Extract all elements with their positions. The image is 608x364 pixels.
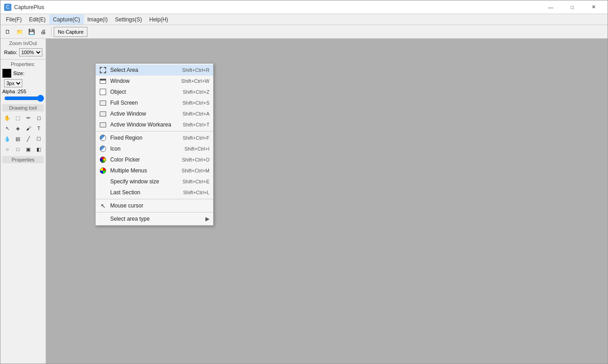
menu-item-color-picker-label: Color Picker xyxy=(110,157,178,163)
zoom-label: Zoom In/Out xyxy=(2,40,44,46)
menu-item-specify-window-size[interactable]: Specify window size Shift+Ctrl+E xyxy=(96,176,213,187)
toolbar-sep1 xyxy=(51,27,51,36)
color-swatch[interactable] xyxy=(2,69,11,78)
app-icon: C xyxy=(4,4,11,11)
menu-edit[interactable]: Edit(E) xyxy=(26,15,50,25)
tool-ellipse[interactable]: ○ xyxy=(2,144,12,154)
menu-item-select-area[interactable]: Select Area Shift+Ctrl+R xyxy=(96,65,213,76)
tool-pencil[interactable]: ✏ xyxy=(23,113,33,123)
menu-item-last-section[interactable]: Last Section Shift+Ctrl+L xyxy=(96,187,213,198)
menu-item-specify-window-size-shortcut: Shift+Ctrl+E xyxy=(183,179,209,184)
menu-capture[interactable]: Capture(C) xyxy=(49,15,83,25)
alpha-row: Alpha :255 xyxy=(2,89,44,94)
select-area-type-icon xyxy=(99,215,107,222)
tool-text[interactable]: T xyxy=(34,123,44,133)
toolbar: 🗋 📁 💾 🖨 No Capture xyxy=(0,25,608,39)
size-label: Size: xyxy=(13,71,24,76)
menu-item-object-shortcut: Shift+Ctrl+Z xyxy=(183,89,209,95)
tool-line[interactable]: ╱ xyxy=(23,134,33,144)
title-controls: — □ ✕ xyxy=(541,3,604,12)
alpha-label: Alpha :255 xyxy=(2,89,26,94)
menu-item-color-picker-shortcut: Shift+Ctrl+O xyxy=(182,157,209,162)
main-layout: Zoom In/Out Ratio: 100% 50% 200% Propert… xyxy=(0,39,608,364)
multiple-menus-icon xyxy=(99,167,107,174)
menu-item-select-area-type[interactable]: Select area type ▶ xyxy=(96,213,213,224)
menu-help[interactable]: Help(H) xyxy=(146,15,172,25)
full-screen-icon xyxy=(99,99,107,106)
menu-item-fixed-region-shortcut: Shift+Ctrl+F xyxy=(183,135,209,141)
menu-file[interactable]: File(F) xyxy=(2,15,26,25)
menu-item-mouse-cursor-label: Mouse cursor xyxy=(110,202,209,209)
active-window-workarea-icon xyxy=(99,121,107,128)
open-button[interactable]: 📁 xyxy=(14,26,25,37)
zoom-row: Ratio: 100% 50% 200% xyxy=(2,47,44,57)
menu-item-mouse-cursor[interactable]: ↖ Mouse cursor xyxy=(96,200,213,211)
menu-item-full-screen[interactable]: Full Screen Shift+Ctrl+S xyxy=(96,97,213,108)
menu-item-last-section-label: Last Section xyxy=(110,189,179,196)
menu-item-active-window-workarea[interactable]: Active Window Workarea Shift+Ctrl+T xyxy=(96,119,213,130)
save-button[interactable]: 💾 xyxy=(26,26,37,37)
submenu-arrow-icon: ▶ xyxy=(205,216,209,222)
tool-eyedropper[interactable]: 💧 xyxy=(2,134,12,144)
menu-item-select-area-type-label: Select area type xyxy=(110,216,200,222)
minimize-button[interactable]: — xyxy=(541,3,561,12)
tool-select[interactable]: ⬚ xyxy=(13,113,23,123)
title-bar: C CapturePlus — □ ✕ xyxy=(0,0,608,14)
tool-eraser[interactable]: ◻ xyxy=(34,113,44,123)
print-button[interactable]: 🖨 xyxy=(38,26,49,37)
menu-item-window[interactable]: Window Shift+Ctrl+W xyxy=(96,76,213,86)
tool-fill[interactable]: ◈ xyxy=(13,123,23,133)
tool-arrow[interactable]: ↖ xyxy=(2,123,12,133)
menu-item-object[interactable]: Object Shift+Ctrl+Z xyxy=(96,86,213,97)
object-icon xyxy=(99,88,107,96)
menu-settings[interactable]: Settings(S) xyxy=(111,15,145,25)
menu-image[interactable]: Image(I) xyxy=(84,15,112,25)
tool-hand[interactable]: ✋ xyxy=(2,113,12,123)
app-title: CapturePlus xyxy=(14,4,44,10)
menu-item-fixed-region-label: Fixed Region xyxy=(110,135,179,141)
menu-item-active-window-shortcut: Shift+Ctrl+A xyxy=(183,111,209,116)
menu-item-window-shortcut: Shift+Ctrl+W xyxy=(181,78,209,84)
close-button[interactable]: ✕ xyxy=(583,3,604,12)
menu-item-window-label: Window xyxy=(110,78,178,84)
menu-item-icon-shortcut: Shift+Ctrl+I xyxy=(184,146,209,152)
menu-item-active-window-label: Active Window xyxy=(110,111,179,117)
tool-rect[interactable]: □ xyxy=(13,144,23,154)
active-window-icon xyxy=(99,110,107,117)
title-bar-left: C CapturePlus xyxy=(4,4,44,11)
menu-item-multiple-menus-label: Multiple Menus xyxy=(110,167,178,174)
tool-rect-select[interactable]: ☐ xyxy=(34,134,44,144)
ratio-label: Ratio: xyxy=(4,50,17,55)
left-panel: Zoom In/Out Ratio: 100% 50% 200% Propert… xyxy=(0,39,46,364)
window-icon xyxy=(99,77,107,85)
specify-window-size-icon xyxy=(99,178,107,185)
tool-paint[interactable]: ◧ xyxy=(34,144,44,154)
tool-brush[interactable]: 🖌 xyxy=(23,123,33,133)
drawing-tool-label: Drawing tool xyxy=(2,104,44,111)
tool-stamp[interactable]: ▣ xyxy=(23,144,33,154)
tool-bucket[interactable]: ▤ xyxy=(13,134,23,144)
ratio-select[interactable]: 100% 50% 200% xyxy=(19,48,42,56)
no-capture-button[interactable]: No Capture xyxy=(54,27,87,37)
app-window: C CapturePlus — □ ✕ File(F) Edit(E) Capt… xyxy=(0,0,608,364)
properties-bottom-label: Properties xyxy=(2,156,44,163)
menu-item-icon-label: Icon xyxy=(110,146,181,152)
menu-item-multiple-menus[interactable]: Multiple Menus Shift+Ctrl+M xyxy=(96,165,213,176)
last-section-icon xyxy=(99,189,107,196)
menu-item-color-picker[interactable]: Color Picker Shift+Ctrl+O xyxy=(96,154,213,165)
mouse-cursor-icon: ↖ xyxy=(99,202,107,209)
maximize-button[interactable]: □ xyxy=(562,3,582,12)
size-select[interactable]: 3px 1px 2px 5px xyxy=(4,79,22,87)
fixed-region-icon xyxy=(99,134,107,142)
menu-bar: File(F) Edit(E) Capture(C) Image(I) Sett… xyxy=(0,14,608,25)
menu-item-object-label: Object xyxy=(110,89,179,95)
sep2 xyxy=(96,199,213,199)
menu-item-active-window-workarea-label: Active Window Workarea xyxy=(110,121,179,128)
menu-item-active-window[interactable]: Active Window Shift+Ctrl+A xyxy=(96,108,213,119)
color-picker-icon xyxy=(99,156,107,163)
alpha-slider[interactable] xyxy=(4,96,44,101)
new-button[interactable]: 🗋 xyxy=(2,26,13,37)
menu-item-icon[interactable]: Icon Shift+Ctrl+I xyxy=(96,143,213,154)
menu-item-fixed-region[interactable]: Fixed Region Shift+Ctrl+F xyxy=(96,132,213,143)
menu-item-full-screen-shortcut: Shift+Ctrl+S xyxy=(183,100,209,106)
